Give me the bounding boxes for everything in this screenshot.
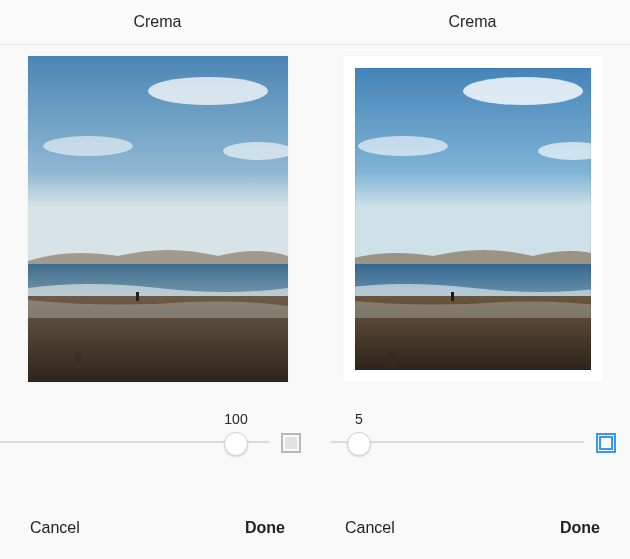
slider-value-label: 100 bbox=[224, 411, 247, 427]
intensity-slider-thumb[interactable] bbox=[347, 432, 371, 456]
filter-title: Crema bbox=[315, 0, 630, 45]
photo-preview-area bbox=[0, 45, 315, 385]
slider-value-label: 5 bbox=[355, 411, 363, 427]
photo-preview[interactable] bbox=[28, 56, 288, 382]
frame-toggle-icon[interactable] bbox=[596, 433, 616, 453]
svg-rect-8 bbox=[136, 292, 139, 301]
svg-point-11 bbox=[358, 136, 448, 156]
intensity-slider-thumb[interactable] bbox=[224, 432, 248, 456]
bottom-bar: Cancel Done bbox=[0, 497, 315, 559]
editor-panel-left: Crema bbox=[0, 0, 315, 559]
done-button[interactable]: Done bbox=[560, 519, 600, 537]
frame-toggle-icon[interactable] bbox=[281, 433, 301, 453]
svg-point-2 bbox=[43, 136, 133, 156]
filter-title: Crema bbox=[0, 0, 315, 45]
photo-preview[interactable] bbox=[343, 56, 603, 382]
bottom-bar: Cancel Done bbox=[315, 497, 630, 559]
cancel-button[interactable]: Cancel bbox=[30, 519, 80, 537]
slider-area: 5 bbox=[315, 385, 630, 497]
svg-rect-16 bbox=[391, 356, 395, 368]
slider-area: 100 bbox=[0, 385, 315, 497]
editor-panel-right: Crema bbox=[315, 0, 630, 559]
done-button[interactable]: Done bbox=[245, 519, 285, 537]
app-root: Crema bbox=[0, 0, 630, 559]
photo-preview-area bbox=[315, 45, 630, 385]
beach-photo bbox=[343, 56, 603, 382]
svg-rect-7 bbox=[76, 356, 80, 368]
cancel-button[interactable]: Cancel bbox=[345, 519, 395, 537]
svg-point-10 bbox=[463, 77, 583, 105]
svg-rect-17 bbox=[451, 292, 454, 301]
svg-point-1 bbox=[148, 77, 268, 105]
beach-photo bbox=[28, 56, 288, 382]
